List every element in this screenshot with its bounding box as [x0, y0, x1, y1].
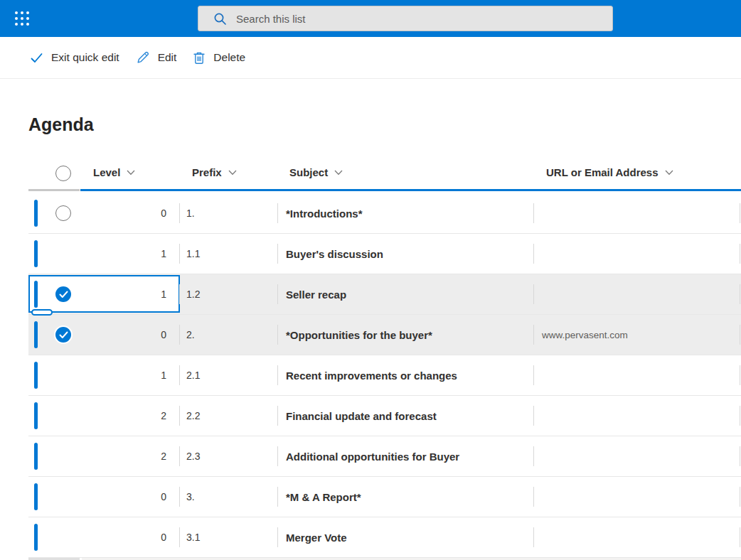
cell-level[interactable]: 2: [80, 396, 173, 436]
table-row: 11.2Seller recap: [28, 274, 741, 315]
cell-url[interactable]: [533, 436, 740, 476]
cell-subject[interactable]: *Introductions*: [277, 193, 533, 233]
column-header-label: Subject: [289, 166, 328, 178]
cell-subject[interactable]: Financial update and forecast: [277, 396, 533, 436]
edit-button[interactable]: Edit: [136, 50, 177, 65]
cell-url[interactable]: [533, 517, 740, 557]
delete-button[interactable]: Delete: [193, 50, 245, 65]
table-row: 03.1Merger Vote: [28, 517, 741, 558]
chevron-down-icon: [665, 170, 673, 176]
cell-level[interactable]: 0: [80, 193, 173, 233]
cell-divider: [740, 325, 740, 345]
cell-url[interactable]: [533, 396, 740, 436]
column-header-label: Prefix: [192, 166, 222, 178]
table-row: 11.1Buyer's discussion: [28, 234, 741, 274]
grid-header: Level Prefix Subject URL or Email Addres…: [28, 158, 741, 189]
app-bar: [0, 0, 741, 37]
cell-url[interactable]: [533, 274, 740, 314]
cell-level[interactable]: 1: [80, 234, 173, 274]
row-accent-bar: [34, 443, 38, 470]
search-input[interactable]: [236, 13, 592, 25]
cell-subject[interactable]: *Opportunities for the buyer*: [277, 315, 533, 355]
page-title: Agenda: [28, 114, 94, 135]
cell-divider: [740, 487, 740, 507]
row-accent-bar: [34, 483, 38, 510]
select-all-checkbox[interactable]: [55, 166, 71, 181]
check-icon: [59, 331, 68, 339]
cell-prefix[interactable]: 1.2: [179, 274, 277, 314]
cell-divider: [740, 406, 740, 426]
app-launcher-waffle-icon[interactable]: [13, 9, 31, 28]
rows: 01.*Introductions*11.1Buyer's discussion…: [28, 193, 741, 558]
cell-divider: [740, 527, 740, 547]
cell-prefix[interactable]: 2.3: [179, 436, 277, 476]
cell-prefix[interactable]: 2.1: [179, 355, 277, 395]
cell-subject[interactable]: Recent improvements or changes: [277, 355, 533, 395]
column-header-subject[interactable]: Subject: [289, 166, 343, 178]
row-checkbox-checked[interactable]: [55, 286, 71, 302]
cell-url[interactable]: [533, 234, 740, 274]
cell-level[interactable]: 0: [80, 315, 173, 355]
check-icon: [30, 52, 43, 64]
column-header-prefix[interactable]: Prefix: [192, 166, 237, 178]
edit-label: Edit: [158, 51, 177, 64]
row-accent-bar: [34, 281, 38, 308]
column-header-level[interactable]: Level: [93, 166, 135, 178]
cell-prefix[interactable]: 3.1: [179, 517, 277, 557]
table-row: 22.3Additional opportunities for Buyer: [28, 436, 741, 477]
cell-url[interactable]: www.pervasent.com: [533, 315, 740, 355]
exit-quick-edit-label: Exit quick edit: [51, 51, 119, 64]
row-accent-bar: [34, 524, 38, 551]
command-bar: Exit quick edit Edit Delete: [0, 37, 741, 79]
row-checkbox-checked[interactable]: [55, 327, 71, 343]
quick-edit-list-page: Exit quick edit Edit Delete Agenda: [0, 0, 741, 560]
pencil-icon: [136, 50, 150, 65]
table-row: 03.*M & A Report*: [28, 477, 741, 517]
chevron-down-icon: [127, 170, 135, 176]
header-underline-gray: [28, 189, 80, 191]
cell-subject[interactable]: Seller recap: [277, 274, 533, 314]
cell-prefix[interactable]: 1.: [179, 193, 277, 233]
cell-level[interactable]: 2: [80, 436, 173, 476]
cell-level[interactable]: 1: [80, 355, 173, 395]
row-accent-bar: [34, 321, 38, 348]
cell-prefix[interactable]: 2.: [179, 315, 277, 355]
cell-level[interactable]: 1: [80, 274, 173, 314]
table-row: 01.*Introductions*: [28, 193, 741, 234]
row-accent-bar: [34, 362, 38, 389]
header-underline-blue: [80, 189, 741, 191]
chevron-down-icon: [228, 170, 237, 176]
search-icon: [213, 12, 227, 26]
exit-quick-edit-button[interactable]: Exit quick edit: [30, 51, 119, 64]
cell-subject[interactable]: Additional opportunities for Buyer: [277, 436, 533, 476]
cell-divider: [740, 365, 740, 385]
cell-level[interactable]: 0: [80, 517, 173, 557]
cell-url[interactable]: [533, 355, 740, 395]
cell-subject[interactable]: Buyer's discussion: [277, 234, 533, 274]
column-header-url[interactable]: URL or Email Address: [546, 166, 673, 178]
cell-url[interactable]: [533, 193, 740, 233]
row-accent-bar: [34, 200, 38, 227]
cell-level[interactable]: 0: [80, 477, 173, 517]
active-cell-handle[interactable]: [31, 309, 53, 316]
cell-prefix[interactable]: 1.1: [179, 234, 277, 274]
column-header-label: Level: [93, 166, 120, 178]
table-row: 02.*Opportunities for the buyer*www.perv…: [28, 315, 741, 355]
cell-divider: [740, 446, 740, 466]
delete-label: Delete: [213, 51, 245, 64]
row-checkbox[interactable]: [55, 205, 71, 221]
cell-prefix[interactable]: 2.2: [179, 396, 277, 436]
table-row: 22.2Financial update and forecast: [28, 396, 741, 436]
cell-prefix[interactable]: 3.: [179, 477, 277, 517]
table-row: 12.1Recent improvements or changes: [28, 355, 741, 396]
check-icon: [59, 291, 68, 298]
column-header-label: URL or Email Address: [546, 166, 659, 178]
cell-divider: [740, 244, 740, 264]
chevron-down-icon: [334, 170, 343, 176]
cell-subject[interactable]: *M & A Report*: [277, 477, 533, 517]
row-accent-bar: [34, 402, 38, 429]
cell-url[interactable]: [533, 477, 740, 517]
trash-icon: [193, 50, 206, 65]
cell-subject[interactable]: Merger Vote: [277, 517, 533, 557]
search-box[interactable]: [198, 6, 613, 31]
